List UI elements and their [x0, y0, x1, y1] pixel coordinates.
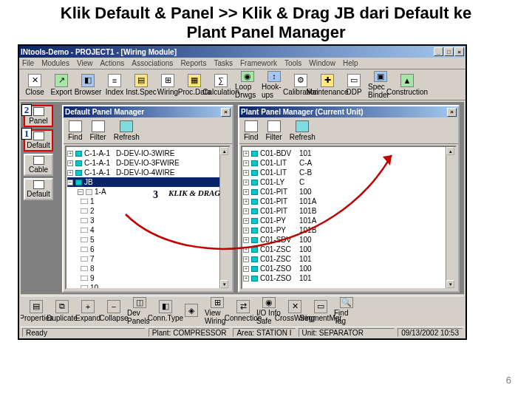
tree-child[interactable]: 2: [81, 206, 228, 216]
tree-child[interactable]: 5: [81, 235, 228, 245]
tree-row[interactable]: +C01-ZSO101: [243, 273, 454, 283]
toolbar-calculation[interactable]: ∑Calculation: [208, 71, 233, 99]
tree-row[interactable]: +C01-ZSO100: [243, 264, 454, 273]
menu-framework[interactable]: Framework: [240, 59, 277, 67]
calibration-icon: ⚙: [294, 74, 307, 87]
close-button[interactable]: ×: [454, 47, 464, 56]
tree-row[interactable]: +C01-PIT101A: [243, 197, 454, 206]
tree-row[interactable]: +C-1-A-1D-DEV-IO-3FWIRE: [67, 158, 228, 168]
status-ready: Ready: [22, 328, 146, 337]
btoolbar-find-tag[interactable]: 🔍Find Tag: [334, 297, 359, 325]
main-toolbar: ✕Close↗Export◧Browser≡Index▤Inst.Spec⊞Wi…: [19, 69, 466, 100]
plant-panel-window: Plant Panel Manager (Current Unit) × Fin…: [238, 105, 460, 293]
toolbar-construction[interactable]: ▲Construction: [395, 71, 420, 99]
btoolbar-item[interactable]: ◈: [179, 297, 204, 325]
tree-row[interactable]: +C01-ZSC101: [243, 254, 454, 264]
tree-row[interactable]: +C01-SDV100: [243, 235, 454, 245]
tree-row[interactable]: +C-1-A-1D-DEV-IO-4WIRE: [67, 168, 228, 177]
toolbar-close[interactable]: ✕Close: [22, 71, 47, 99]
maximize-button[interactable]: □: [444, 47, 454, 56]
toolbar-inst-spec[interactable]: ▤Inst.Spec: [129, 71, 154, 99]
scroll-up-icon[interactable]: ▴: [446, 147, 454, 155]
panel-btn-find[interactable]: Find: [244, 120, 258, 141]
hook-ups-icon: ↕: [267, 71, 281, 82]
tree-child[interactable]: 10: [81, 283, 228, 290]
panel-btn-filter[interactable]: Filter: [265, 120, 282, 141]
default-panel-titlebar[interactable]: Default Panel Manager ×: [64, 106, 232, 117]
inst.spec-icon: ▤: [134, 74, 148, 87]
work-area: 2 Panel 1 Default Cable Default Default …: [21, 102, 464, 294]
toolbar-maintenance[interactable]: ✚Maintenance: [315, 71, 340, 99]
default-panel-tree[interactable]: +C-1-A-1D-DEV-IO-3WIRE+C-1-A-1D-DEV-IO-3…: [65, 146, 231, 290]
default-panel-toolbar: FindFilterRefresh: [64, 117, 232, 144]
panel-btn-find[interactable]: Find: [68, 120, 82, 141]
panel-close-icon[interactable]: ×: [447, 108, 457, 117]
toolbar-export[interactable]: ↗Export: [49, 71, 74, 99]
tree-row[interactable]: +C-1-A-1D-DEV-IO-3WIRE: [67, 149, 228, 158]
menu-help[interactable]: Help: [343, 59, 358, 67]
scroll-up-icon[interactable]: ▴: [220, 147, 228, 155]
tree-row[interactable]: +C01-PIT100: [243, 187, 454, 197]
toolbar-index[interactable]: ≡Index: [102, 71, 127, 99]
scrollbar[interactable]: ▴ ▾: [219, 147, 229, 288]
default-panel-title: Default Panel Manager: [65, 108, 144, 116]
panel-close-icon[interactable]: ×: [221, 108, 231, 117]
tree-row-selected[interactable]: −JB: [67, 177, 228, 187]
btoolbar-conn-type[interactable]: ◧Conn.Type: [153, 297, 178, 325]
tree-row[interactable]: +C01-PY101A: [243, 216, 454, 225]
btoolbar-icon: +: [81, 300, 95, 313]
toolbar-browser[interactable]: ◧Browser: [75, 71, 100, 99]
badge-2: 2: [21, 104, 32, 116]
menu-actions[interactable]: Actions: [100, 59, 124, 67]
btoolbar-connection[interactable]: ⇄Connection: [231, 297, 256, 325]
panel-btn-refresh[interactable]: Refresh: [290, 120, 316, 141]
menu-reports[interactable]: Reports: [180, 59, 206, 67]
btoolbar-icon: ▤: [30, 300, 43, 313]
tree-child[interactable]: 4: [81, 225, 228, 235]
menubar: FileModulesViewActionsAssociationsReport…: [19, 58, 466, 69]
panel-btn-refresh[interactable]: Refresh: [114, 120, 140, 141]
tree-row[interactable]: +C01-LITC-B: [243, 168, 454, 177]
menu-view[interactable]: View: [77, 59, 93, 67]
tree-child[interactable]: 3: [81, 216, 228, 225]
tree-child[interactable]: 9: [81, 273, 228, 283]
plant-panel-titlebar[interactable]: Plant Panel Manager (Current Unit) ×: [239, 106, 458, 117]
sidebar: 2 Panel 1 Default Cable Default: [24, 105, 53, 200]
tree-row[interactable]: +C01-ZSC100: [243, 245, 454, 254]
tree-child[interactable]: 6: [81, 245, 228, 254]
badge-1: 1: [21, 128, 32, 140]
tree-row[interactable]: +C01-LITC-A: [243, 158, 454, 168]
toolbar-ddp[interactable]: ▭DDP: [341, 71, 366, 99]
menu-tasks[interactable]: Tasks: [214, 59, 233, 67]
badge-3: 3: [153, 189, 158, 201]
btoolbar-segmentmgr[interactable]: ▭SegmentMgr: [308, 297, 333, 325]
export-icon: ↗: [55, 74, 68, 87]
menu-file[interactable]: File: [22, 59, 34, 67]
browser-icon: ◧: [81, 74, 95, 87]
minimize-button[interactable]: _: [434, 47, 443, 56]
scroll-down-icon[interactable]: ▾: [220, 280, 228, 288]
scroll-down-icon[interactable]: ▾: [446, 280, 454, 288]
toolbar-wiring[interactable]: ⊞Wiring: [155, 71, 180, 99]
menu-tools[interactable]: Tools: [284, 59, 301, 67]
sidebar-item-default2[interactable]: Default: [24, 178, 53, 200]
tree-row[interactable]: +C01-LYC: [243, 177, 454, 187]
plant-panel-tree[interactable]: +C01-BDV101+C01-LITC-A+C01-LITC-B+C01-LY…: [241, 146, 457, 290]
menu-window[interactable]: Window: [309, 59, 335, 67]
tree-child[interactable]: 8: [81, 264, 228, 273]
tree-row[interactable]: +C01-PY101B: [243, 225, 454, 235]
btoolbar-duplicate[interactable]: ⧉Duplicate: [50, 297, 75, 325]
panel-btn-filter[interactable]: Filter: [89, 120, 106, 141]
index-icon: ≡: [108, 74, 121, 87]
tree-row[interactable]: +C01-BDV101: [243, 149, 454, 158]
sidebar-item-cable[interactable]: Cable: [24, 154, 53, 176]
tree-row[interactable]: +C01-PIT101B: [243, 206, 454, 216]
tree-child[interactable]: 7: [81, 254, 228, 264]
menu-modules[interactable]: Modules: [41, 59, 69, 67]
menu-associations[interactable]: Associations: [132, 59, 173, 67]
scrollbar[interactable]: ▴ ▾: [446, 147, 455, 288]
btoolbar-collapse[interactable]: −Collapse: [101, 297, 126, 325]
btoolbar-properties[interactable]: ▤Properties: [24, 297, 49, 325]
btoolbar-expand[interactable]: +Expand: [75, 297, 100, 325]
toolbar-loop-drwgs[interactable]: ◉Loop Drwgs: [235, 71, 260, 99]
